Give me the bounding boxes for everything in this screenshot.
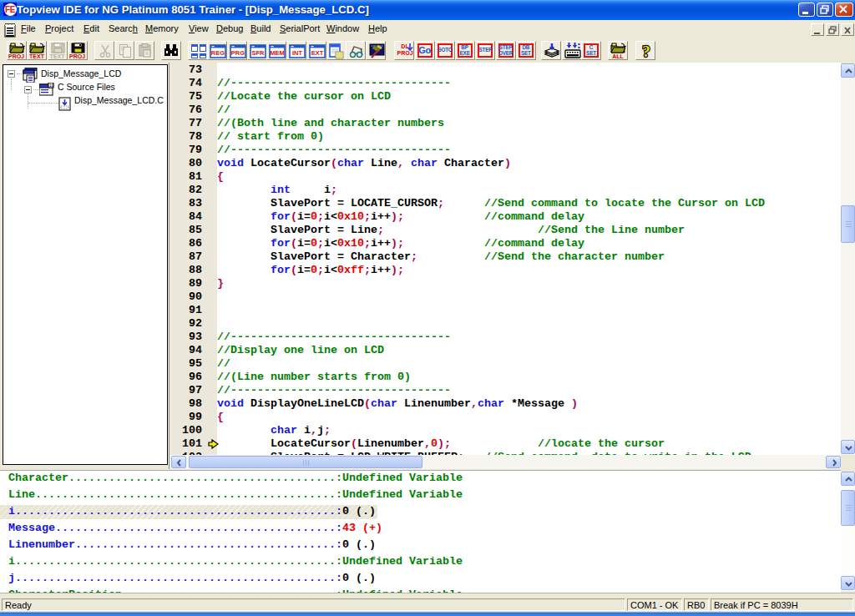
svg-text:PRG: PRG — [231, 49, 245, 57]
svg-text:SFR: SFR — [251, 49, 265, 57]
svg-text:MEM: MEM — [271, 49, 286, 57]
svg-text:EXT: EXT — [311, 49, 324, 57]
svg-text:10: 10 — [49, 83, 54, 88]
svg-text:REG: REG — [211, 49, 225, 57]
svg-text:INT: INT — [292, 49, 303, 57]
svg-text:?: ? — [642, 43, 650, 60]
